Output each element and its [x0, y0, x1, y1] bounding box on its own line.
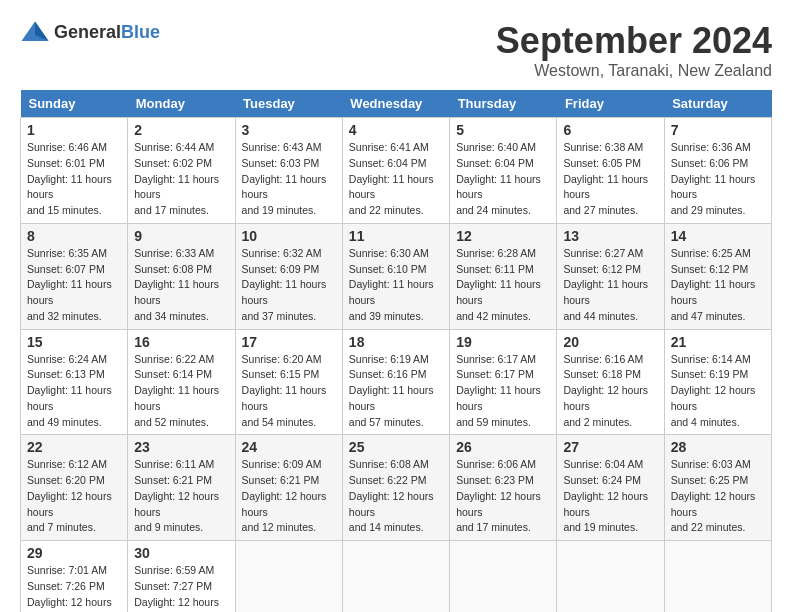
header-tuesday: Tuesday: [235, 90, 342, 118]
header-sunday: Sunday: [21, 90, 128, 118]
day-info: Sunrise: 6:12 AMSunset: 6:20 PMDaylight:…: [27, 457, 121, 536]
day-number: 12: [456, 228, 550, 244]
day-info: Sunrise: 6:43 AMSunset: 6:03 PMDaylight:…: [242, 140, 336, 219]
day-number: 8: [27, 228, 121, 244]
day-number: 18: [349, 334, 443, 350]
day-number: 11: [349, 228, 443, 244]
calendar-cell: 9 Sunrise: 6:33 AMSunset: 6:08 PMDayligh…: [128, 223, 235, 329]
day-number: 6: [563, 122, 657, 138]
day-number: 2: [134, 122, 228, 138]
calendar-cell: 25 Sunrise: 6:08 AMSunset: 6:22 PMDaylig…: [342, 435, 449, 541]
calendar-cell: 26 Sunrise: 6:06 AMSunset: 6:23 PMDaylig…: [450, 435, 557, 541]
calendar-cell: 28 Sunrise: 6:03 AMSunset: 6:25 PMDaylig…: [664, 435, 771, 541]
day-info: Sunrise: 6:17 AMSunset: 6:17 PMDaylight:…: [456, 352, 550, 431]
day-info: Sunrise: 6:11 AMSunset: 6:21 PMDaylight:…: [134, 457, 228, 536]
day-info: Sunrise: 6:44 AMSunset: 6:02 PMDaylight:…: [134, 140, 228, 219]
day-number: 10: [242, 228, 336, 244]
day-info: Sunrise: 6:04 AMSunset: 6:24 PMDaylight:…: [563, 457, 657, 536]
day-info: Sunrise: 6:03 AMSunset: 6:25 PMDaylight:…: [671, 457, 765, 536]
week-row-3: 15 Sunrise: 6:24 AMSunset: 6:13 PMDaylig…: [21, 329, 772, 435]
day-info: Sunrise: 6:27 AMSunset: 6:12 PMDaylight:…: [563, 246, 657, 325]
calendar-cell: [450, 541, 557, 613]
day-info: Sunrise: 6:24 AMSunset: 6:13 PMDaylight:…: [27, 352, 121, 431]
calendar-cell: 15 Sunrise: 6:24 AMSunset: 6:13 PMDaylig…: [21, 329, 128, 435]
day-number: 9: [134, 228, 228, 244]
day-number: 22: [27, 439, 121, 455]
day-info: Sunrise: 6:25 AMSunset: 6:12 PMDaylight:…: [671, 246, 765, 325]
calendar-cell: [235, 541, 342, 613]
calendar-cell: 19 Sunrise: 6:17 AMSunset: 6:17 PMDaylig…: [450, 329, 557, 435]
calendar-table: Sunday Monday Tuesday Wednesday Thursday…: [20, 90, 772, 612]
week-row-2: 8 Sunrise: 6:35 AMSunset: 6:07 PMDayligh…: [21, 223, 772, 329]
calendar-cell: 13 Sunrise: 6:27 AMSunset: 6:12 PMDaylig…: [557, 223, 664, 329]
day-number: 27: [563, 439, 657, 455]
logo: GeneralBlue: [20, 20, 160, 44]
days-header-row: Sunday Monday Tuesday Wednesday Thursday…: [21, 90, 772, 118]
calendar-cell: 23 Sunrise: 6:11 AMSunset: 6:21 PMDaylig…: [128, 435, 235, 541]
week-row-4: 22 Sunrise: 6:12 AMSunset: 6:20 PMDaylig…: [21, 435, 772, 541]
calendar-cell: 5 Sunrise: 6:40 AMSunset: 6:04 PMDayligh…: [450, 118, 557, 224]
location-title: Westown, Taranaki, New Zealand: [496, 62, 772, 80]
day-info: Sunrise: 6:08 AMSunset: 6:22 PMDaylight:…: [349, 457, 443, 536]
month-title: September 2024: [496, 20, 772, 62]
week-row-5: 29 Sunrise: 7:01 AMSunset: 7:26 PMDaylig…: [21, 541, 772, 613]
day-number: 25: [349, 439, 443, 455]
calendar-cell: [342, 541, 449, 613]
day-info: Sunrise: 6:35 AMSunset: 6:07 PMDaylight:…: [27, 246, 121, 325]
header-thursday: Thursday: [450, 90, 557, 118]
calendar-cell: 10 Sunrise: 6:32 AMSunset: 6:09 PMDaylig…: [235, 223, 342, 329]
day-info: Sunrise: 6:20 AMSunset: 6:15 PMDaylight:…: [242, 352, 336, 431]
day-number: 21: [671, 334, 765, 350]
calendar-cell: [557, 541, 664, 613]
day-info: Sunrise: 6:06 AMSunset: 6:23 PMDaylight:…: [456, 457, 550, 536]
day-number: 4: [349, 122, 443, 138]
week-row-1: 1 Sunrise: 6:46 AMSunset: 6:01 PMDayligh…: [21, 118, 772, 224]
day-info: Sunrise: 6:40 AMSunset: 6:04 PMDaylight:…: [456, 140, 550, 219]
calendar-cell: 14 Sunrise: 6:25 AMSunset: 6:12 PMDaylig…: [664, 223, 771, 329]
header-friday: Friday: [557, 90, 664, 118]
day-number: 16: [134, 334, 228, 350]
calendar-cell: 7 Sunrise: 6:36 AMSunset: 6:06 PMDayligh…: [664, 118, 771, 224]
calendar-cell: 30 Sunrise: 6:59 AMSunset: 7:27 PMDaylig…: [128, 541, 235, 613]
calendar-cell: 18 Sunrise: 6:19 AMSunset: 6:16 PMDaylig…: [342, 329, 449, 435]
calendar-cell: 8 Sunrise: 6:35 AMSunset: 6:07 PMDayligh…: [21, 223, 128, 329]
calendar-cell: 11 Sunrise: 6:30 AMSunset: 6:10 PMDaylig…: [342, 223, 449, 329]
day-number: 20: [563, 334, 657, 350]
calendar-cell: 17 Sunrise: 6:20 AMSunset: 6:15 PMDaylig…: [235, 329, 342, 435]
day-info: Sunrise: 6:59 AMSunset: 7:27 PMDaylight:…: [134, 563, 228, 612]
day-number: 7: [671, 122, 765, 138]
calendar-cell: 29 Sunrise: 7:01 AMSunset: 7:26 PMDaylig…: [21, 541, 128, 613]
calendar-cell: 3 Sunrise: 6:43 AMSunset: 6:03 PMDayligh…: [235, 118, 342, 224]
day-info: Sunrise: 6:16 AMSunset: 6:18 PMDaylight:…: [563, 352, 657, 431]
day-info: Sunrise: 6:22 AMSunset: 6:14 PMDaylight:…: [134, 352, 228, 431]
day-number: 5: [456, 122, 550, 138]
calendar-cell: 1 Sunrise: 6:46 AMSunset: 6:01 PMDayligh…: [21, 118, 128, 224]
day-info: Sunrise: 6:41 AMSunset: 6:04 PMDaylight:…: [349, 140, 443, 219]
header-saturday: Saturday: [664, 90, 771, 118]
day-number: 13: [563, 228, 657, 244]
day-info: Sunrise: 6:33 AMSunset: 6:08 PMDaylight:…: [134, 246, 228, 325]
day-number: 28: [671, 439, 765, 455]
day-info: Sunrise: 6:28 AMSunset: 6:11 PMDaylight:…: [456, 246, 550, 325]
day-number: 15: [27, 334, 121, 350]
day-number: 29: [27, 545, 121, 561]
day-info: Sunrise: 6:09 AMSunset: 6:21 PMDaylight:…: [242, 457, 336, 536]
logo-icon: [20, 20, 50, 44]
day-number: 14: [671, 228, 765, 244]
logo-text: GeneralBlue: [20, 20, 160, 44]
header-wednesday: Wednesday: [342, 90, 449, 118]
day-info: Sunrise: 6:30 AMSunset: 6:10 PMDaylight:…: [349, 246, 443, 325]
day-info: Sunrise: 7:01 AMSunset: 7:26 PMDaylight:…: [27, 563, 121, 612]
day-info: Sunrise: 6:38 AMSunset: 6:05 PMDaylight:…: [563, 140, 657, 219]
day-number: 24: [242, 439, 336, 455]
calendar-cell: 4 Sunrise: 6:41 AMSunset: 6:04 PMDayligh…: [342, 118, 449, 224]
page-header: GeneralBlue September 2024 Westown, Tara…: [20, 20, 772, 80]
day-number: 3: [242, 122, 336, 138]
day-number: 17: [242, 334, 336, 350]
title-area: September 2024 Westown, Taranaki, New Ze…: [496, 20, 772, 80]
calendar-cell: 24 Sunrise: 6:09 AMSunset: 6:21 PMDaylig…: [235, 435, 342, 541]
calendar-cell: 21 Sunrise: 6:14 AMSunset: 6:19 PMDaylig…: [664, 329, 771, 435]
calendar-cell: 20 Sunrise: 6:16 AMSunset: 6:18 PMDaylig…: [557, 329, 664, 435]
day-number: 1: [27, 122, 121, 138]
day-number: 26: [456, 439, 550, 455]
